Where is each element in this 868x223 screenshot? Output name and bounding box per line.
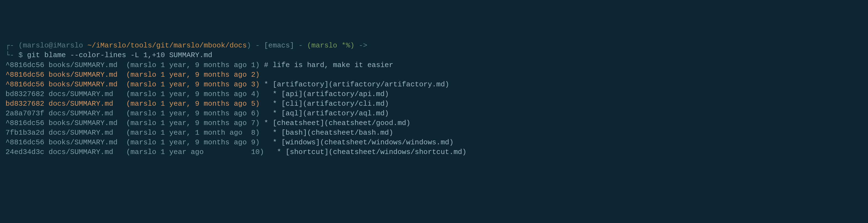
blame-meta: (marslo 1 year, 9 months ago 2) [126, 70, 260, 80]
line-content: * [shortcut](cheatsheet/windows/shortcut… [264, 148, 466, 157]
user-host: (marslo@iMarslo [19, 41, 88, 50]
blame-meta: (marslo 1 year, 9 months ago 9) [126, 138, 260, 148]
blame-meta: (marslo 1 year, 1 month ago 8) [126, 128, 260, 138]
blame-row: ^8816dc56 books/SUMMARY.md(marslo 1 year… [5, 118, 863, 128]
line-content [260, 70, 264, 80]
commit-hash: ^8816dc56 [5, 70, 44, 80]
blame-file: docs/SUMMARY.md [49, 89, 126, 99]
line-content: * [aql](artifactory/aql.md) [260, 109, 389, 118]
line-content: * [cli](artifactory/cli.md) [260, 99, 389, 109]
commit-hash: 24ed34d3c [5, 148, 44, 157]
line-content: * [api](artifactory/api.md) [260, 89, 389, 99]
blame-row: bd8327682 docs/SUMMARY.md (marslo 1 year… [5, 99, 863, 109]
commit-hash: bd8327682 [5, 89, 44, 99]
blame-meta: (marslo 1 year ago 10) [126, 148, 264, 157]
blame-meta: (marslo 1 year, 9 months ago 4) [126, 89, 260, 99]
blame-row: ^8816dc56 books/SUMMARY.md(marslo 1 year… [5, 60, 863, 70]
blame-file: books/SUMMARY.md [49, 118, 126, 128]
prompt-line-1: ┌- (marslo@iMarslo ~/iMarslo/tools/git/m… [5, 41, 863, 51]
blame-meta: (marslo 1 year, 9 months ago 6) [126, 109, 260, 118]
commit-hash: ^8816dc56 [5, 80, 44, 89]
line-content: * [artifactory](artifactory/artifactory.… [260, 80, 450, 89]
line-content: * [bash](cheatsheet/bash.md) [260, 128, 394, 138]
working-dir: ~/iMarslo/tools/git/marslo/mbook/docs [87, 41, 247, 50]
commit-hash: ^8816dc56 [5, 60, 44, 70]
terminal-output: ┌- (marslo@iMarslo ~/iMarslo/tools/git/m… [5, 41, 863, 157]
blame-meta: (marslo 1 year, 9 months ago 5) [126, 99, 260, 109]
blame-meta: (marslo 1 year, 9 months ago 3) [126, 80, 260, 89]
editor-mode: [emacs] [264, 41, 294, 50]
blame-file: docs/SUMMARY.md [49, 109, 126, 118]
line-content: * [cheatsheet](cheatsheet/good.md) [260, 118, 410, 128]
blame-row: ^8816dc56 books/SUMMARY.md(marslo 1 year… [5, 70, 863, 80]
line-content: * [windows](cheatsheet/windows/windows.m… [260, 138, 454, 148]
git-branch: (marslo *%) [307, 41, 354, 50]
blame-file: docs/SUMMARY.md [49, 128, 126, 138]
blame-file: books/SUMMARY.md [49, 138, 126, 148]
commit-hash: bd8327682 [5, 99, 44, 109]
command-input[interactable]: git blame --color-lines -L 1,+10 SUMMARY… [27, 51, 212, 59]
blame-file: docs/SUMMARY.md [49, 148, 126, 157]
blame-meta: (marslo 1 year, 9 months ago 7) [126, 118, 260, 128]
blame-row: ^8816dc56 books/SUMMARY.md(marslo 1 year… [5, 138, 863, 148]
commit-hash: 7fb1b3a2d [5, 128, 44, 138]
blame-row: 24ed34d3c docs/SUMMARY.md (marslo 1 year… [5, 148, 863, 157]
commit-hash: ^8816dc56 [5, 138, 44, 148]
blame-file: books/SUMMARY.md [49, 60, 126, 70]
blame-file: books/SUMMARY.md [49, 80, 126, 89]
blame-row: 2a8a7073f docs/SUMMARY.md (marslo 1 year… [5, 109, 863, 118]
blame-row: bd8327682 docs/SUMMARY.md (marslo 1 year… [5, 89, 863, 99]
prompt-char: $ [19, 51, 27, 59]
blame-row: 7fb1b3a2d docs/SUMMARY.md (marslo 1 year… [5, 128, 863, 138]
commit-hash: 2a8a7073f [5, 109, 44, 118]
blame-meta: (marslo 1 year, 9 months ago 1) [126, 60, 260, 70]
blame-file: books/SUMMARY.md [49, 70, 126, 80]
blame-file: docs/SUMMARY.md [49, 99, 126, 109]
prompt-line-2: └- $ git blame --color-lines -L 1,+10 SU… [5, 51, 863, 60]
line-content: # life is hard, make it easier [260, 60, 394, 70]
commit-hash: ^8816dc56 [5, 118, 44, 128]
blame-row: ^8816dc56 books/SUMMARY.md(marslo 1 year… [5, 80, 863, 89]
